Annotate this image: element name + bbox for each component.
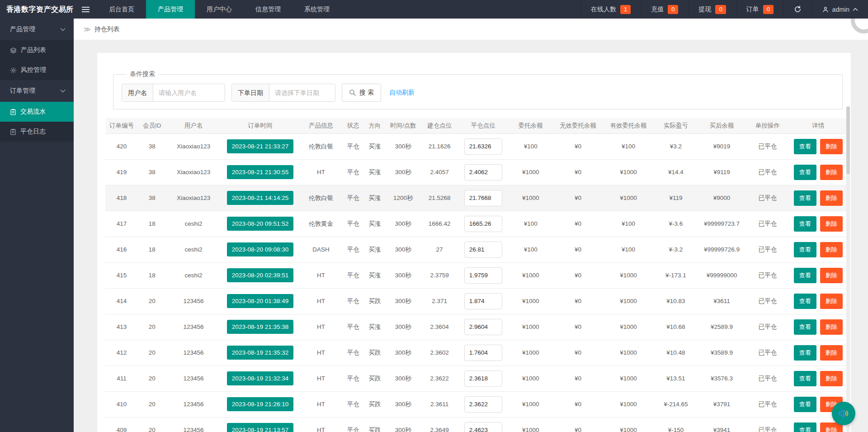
username-input[interactable] [153,84,225,101]
delete-button[interactable]: 删除 [820,371,843,386]
view-button[interactable]: 查看 [794,294,816,309]
valid-entrust-balance: ¥100 [603,237,653,262]
nav-information[interactable]: 信息管理 [244,0,292,19]
table-row: 419 38 Xiaoxiao123 2023-08-21 21:30:55 H… [105,159,846,185]
view-button[interactable]: 查看 [794,139,816,154]
view-button[interactable]: 查看 [794,397,816,412]
delete-button[interactable]: 删除 [820,345,843,361]
delete-button[interactable]: 删除 [820,165,843,180]
nav-system[interactable]: 系统管理 [292,0,341,19]
sidebar-item-product-management[interactable]: 产品管理 [0,19,74,40]
actual-profit: ¥-150 [654,417,698,432]
view-button[interactable]: 查看 [794,165,816,180]
sidebar-item-close-position-log[interactable]: 平仓日志 [0,122,74,142]
stat-orders[interactable]: 订单0 [736,0,783,19]
order-time-button[interactable]: 2023-08-21 21:33:27 [227,139,293,153]
order-time-button[interactable]: 2023-08-19 21:35:32 [227,346,293,360]
auto-refresh-link[interactable]: 自动刷新 [389,89,415,97]
stat-withdraw[interactable]: 提现0 [688,0,736,19]
delete-button[interactable]: 删除 [820,268,843,283]
open-price: 21.5268 [421,185,458,211]
actual-profit: ¥-214.65 [654,391,698,417]
table-row: 414 20 123456 2023-08-20 01:38:49 HT 平仓 … [105,288,846,314]
admin-menu[interactable]: admin [811,0,868,19]
order-time-button[interactable]: 2023-08-20 09:08:30 [227,242,293,256]
duration: 300秒 [385,288,421,314]
open-price: 2.3759 [421,262,458,288]
close-price-input[interactable] [464,190,502,206]
order-time-button[interactable]: 2023-08-19 21:26:10 [227,397,293,411]
order-time-button[interactable]: 2023-08-19 21:13:57 [227,423,293,432]
order-time-button[interactable]: 2023-08-20 02:39:51 [227,268,293,282]
order-time-button[interactable]: 2023-08-20 01:38:49 [227,294,293,308]
duration: 300秒 [385,133,421,159]
admin-name: admin [832,6,849,13]
delete-button[interactable]: 删除 [820,319,843,335]
sidebar: 产品管理产品列表风控管理订单管理交易流水平仓日志 [0,19,74,432]
close-price-input[interactable] [464,370,502,387]
column-header: 单控操作 [745,118,790,133]
view-button[interactable]: 查看 [794,242,816,257]
table-row: 411 20 123456 2023-08-19 21:32:34 HT 平仓 … [105,366,846,391]
view-button[interactable]: 查看 [794,371,816,386]
search-button[interactable]: 搜 索 [342,84,381,102]
view-button[interactable]: 查看 [794,268,816,283]
product-info: 伦敦白银 [299,133,342,159]
nav-user-center[interactable]: 用户中心 [195,0,244,19]
stat-online-users[interactable]: 在线人数1 [580,0,641,19]
nav-dashboard[interactable]: 后台首页 [97,0,146,19]
close-price-input[interactable] [464,345,502,361]
vertical-scrollbar[interactable] [846,106,850,432]
close-price-input[interactable] [464,396,502,413]
order-time-button[interactable]: 2023-08-20 09:51:52 [227,217,293,231]
view-button[interactable]: 查看 [794,190,816,206]
close-price-input[interactable] [464,242,502,258]
table-row: 420 38 Xiaoxiao123 2023-08-21 21:33:27 伦… [105,133,846,159]
close-price-input[interactable] [464,164,502,180]
scrollbar-thumb[interactable] [846,106,850,174]
close-price-input[interactable] [464,216,502,232]
sidebar-item-product-list[interactable]: 产品列表 [0,40,74,60]
sidebar-item-trade-flow[interactable]: 交易流水 [0,102,74,122]
delete-button[interactable]: 删除 [820,242,843,257]
refresh-button[interactable] [783,0,811,19]
close-price-input[interactable] [464,138,502,155]
hamburger-icon[interactable] [74,0,97,19]
actual-profit: ¥10.48 [654,340,698,366]
delete-button[interactable]: 删除 [820,216,843,232]
open-price: 2.371 [421,288,458,314]
order-time-button[interactable]: 2023-08-19 21:32:34 [227,371,293,385]
table-row: 409 20 123456 2023-08-19 21:13:57 HT 平仓 … [105,417,846,432]
order-time-button[interactable]: 2023-08-19 21:35:38 [227,320,293,334]
duration: 300秒 [385,159,421,185]
view-button[interactable]: 查看 [794,319,816,335]
control-status: 已平仓 [745,340,790,366]
view-button[interactable]: 查看 [794,423,816,432]
sidebar-item-order-management[interactable]: 订单管理 [0,80,74,102]
nav-products[interactable]: 产品管理 [146,0,195,19]
invalid-entrust-balance: ¥0 [553,211,603,237]
sidebar-item-risk-management[interactable]: 风控管理 [0,60,74,80]
order-id: 418 [105,185,138,211]
close-price-input[interactable] [464,267,502,284]
view-button[interactable]: 查看 [794,216,816,232]
duration: 300秒 [385,417,421,432]
order-time-button[interactable]: 2023-08-21 21:30:55 [227,165,293,179]
order-date-input[interactable] [269,84,335,101]
delete-button[interactable]: 删除 [820,190,843,206]
order-time-button[interactable]: 2023-08-21 14:14:25 [227,191,293,205]
delete-button[interactable]: 删除 [820,139,843,154]
view-button[interactable]: 查看 [794,345,816,361]
delete-button[interactable]: 删除 [820,294,843,309]
sound-fab-button[interactable] [832,402,855,425]
status: 平仓 [342,366,364,391]
app-logo: 香港数字资产交易所 [0,0,74,19]
direction: 买涨 [364,211,386,237]
after-balance: ¥2589.9 [698,314,745,340]
close-price-input[interactable] [464,293,502,309]
stat-recharge[interactable]: 充值0 [641,0,688,19]
close-price-input[interactable] [464,319,502,335]
column-header: 会员ID [138,118,166,133]
close-price-input[interactable] [464,422,502,432]
breadcrumb-chevrons-icon: ≫ [84,25,91,33]
